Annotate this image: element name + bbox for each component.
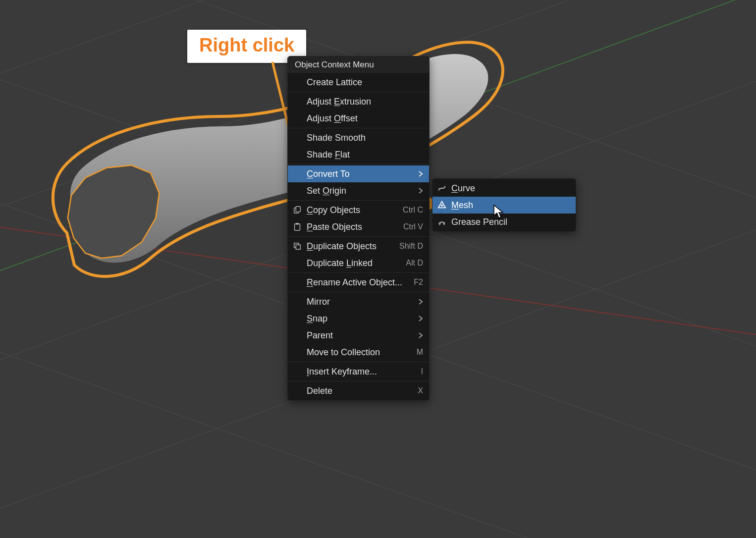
menu-separator [288, 92, 429, 92]
menu-item-label: Shade Smooth [307, 133, 423, 143]
menu-item-delete[interactable]: DeleteX [288, 382, 429, 399]
paste-icon [293, 222, 307, 231]
menu-item-shortcut: M [413, 348, 423, 357]
menu-item-label: Paste Objects [307, 222, 399, 232]
convert-to-submenu[interactable]: CurveMeshGrease Pencil [432, 178, 576, 232]
menu-item-parent[interactable]: Parent [288, 327, 429, 344]
menu-item-label: Snap [307, 314, 416, 324]
menu-item-label: Convert To [307, 169, 416, 179]
chevron-right-icon [416, 332, 423, 338]
duplicate-icon [293, 242, 307, 251]
submenu-item-label: Grease Pencil [451, 217, 570, 227]
menu-item-label: Move to Collection [307, 347, 413, 358]
menu-item-label: Adjust Offset [307, 113, 423, 124]
svg-rect-11 [296, 207, 300, 212]
menu-item-shortcut: Alt D [402, 259, 423, 268]
menu-item-rename_active[interactable]: Rename Active Object...F2 [288, 274, 429, 291]
svg-rect-13 [296, 223, 298, 225]
submenu-item-convert_curve[interactable]: Curve [432, 180, 576, 197]
menu-item-label: Duplicate Objects [307, 241, 395, 252]
svg-rect-12 [295, 224, 300, 231]
submenu-item-label: Curve [451, 183, 570, 194]
object-context-menu[interactable]: Object Context Menu Create LatticeAdjust… [287, 56, 430, 401]
menu-item-shortcut: Ctrl V [399, 222, 423, 231]
chevron-right-icon [416, 299, 423, 305]
menu-item-adjust_extrusion[interactable]: Adjust Extrusion [288, 93, 429, 110]
menu-item-label: Adjust Extrusion [307, 97, 423, 107]
menu-item-shortcut: X [414, 386, 423, 395]
chevron-right-icon [416, 316, 423, 322]
menu-item-adjust_offset[interactable]: Adjust Offset [288, 110, 429, 127]
menu-item-paste_objects[interactable]: Paste ObjectsCtrl V [288, 218, 429, 235]
svg-point-16 [441, 205, 443, 207]
menu-item-label: Duplicate Linked [307, 258, 402, 269]
menu-item-duplicate_objects[interactable]: Duplicate ObjectsShift D [288, 238, 429, 255]
chevron-right-icon [416, 171, 423, 177]
menu-item-shade_smooth[interactable]: Shade Smooth [288, 129, 429, 146]
context-menu-title: Object Context Menu [288, 56, 429, 74]
menu-item-shortcut: Ctrl C [399, 206, 423, 215]
menu-item-set_origin[interactable]: Set Origin [288, 182, 429, 199]
svg-rect-15 [296, 245, 300, 249]
submenu-item-convert_gpencil[interactable]: Grease Pencil [432, 214, 576, 230]
menu-item-label: Delete [307, 386, 414, 396]
menu-item-shortcut: Shift D [395, 242, 423, 251]
menu-item-shortcut: F2 [410, 278, 423, 287]
menu-item-copy_objects[interactable]: Copy ObjectsCtrl C [288, 202, 429, 218]
menu-item-label: Create Lattice [307, 77, 423, 88]
menu-item-label: Insert Keyframe... [307, 367, 417, 377]
menu-item-label: Rename Active Object... [307, 277, 410, 288]
menu-item-duplicate_linked[interactable]: Duplicate LinkedAlt D [288, 255, 429, 271]
menu-item-move_to_collection[interactable]: Move to CollectionM [288, 344, 429, 361]
menu-item-insert_keyframe[interactable]: Insert Keyframe...I [288, 363, 429, 380]
menu-item-label: Parent [307, 330, 416, 341]
submenu-item-label: Mesh [451, 200, 570, 211]
menu-item-shade_flat[interactable]: Shade Flat [288, 146, 429, 163]
submenu-item-convert_mesh[interactable]: Mesh [432, 197, 576, 214]
menu-separator [288, 200, 429, 201]
menu-separator [288, 128, 429, 128]
menu-item-snap[interactable]: Snap [288, 310, 429, 327]
menu-item-mirror[interactable]: Mirror [288, 293, 429, 310]
menu-separator [288, 362, 429, 362]
menu-separator [288, 164, 429, 164]
chevron-right-icon [416, 188, 423, 194]
menu-separator [288, 236, 429, 237]
menu-separator [288, 272, 429, 273]
menu-item-label: Mirror [307, 297, 416, 307]
menu-separator [288, 292, 429, 292]
menu-item-convert_to[interactable]: Convert To [288, 165, 429, 182]
menu-item-create_lattice[interactable]: Create Lattice [288, 74, 429, 91]
copy-icon [293, 206, 307, 215]
annotation-callout-text: Right click [199, 35, 294, 55]
menu-item-shortcut: I [417, 367, 423, 376]
mesh-icon [437, 201, 451, 210]
menu-item-label: Copy Objects [307, 205, 399, 215]
menu-item-label: Shade Flat [307, 150, 423, 160]
menu-separator [288, 381, 429, 381]
gpencil-icon [437, 217, 451, 226]
menu-item-label: Set Origin [307, 186, 416, 196]
curve-icon [437, 184, 451, 193]
